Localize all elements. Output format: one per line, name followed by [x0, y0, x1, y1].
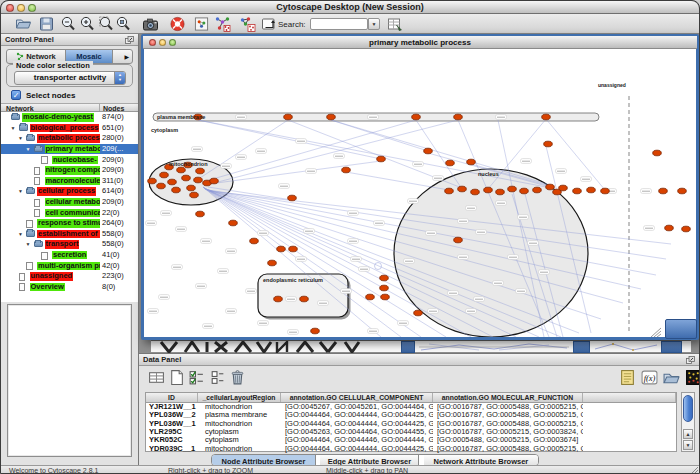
- network-node[interactable]: [300, 296, 309, 302]
- tree-row[interactable]: ▼cellular process614(0): [1, 186, 138, 197]
- tree-row[interactable]: cellular metabo209(0): [1, 197, 138, 208]
- select-nodes-checkbox[interactable]: ✓: [11, 90, 21, 100]
- birdseye-view[interactable]: [7, 304, 132, 457]
- table-column-header[interactable]: _cellularLayoutRegion: [198, 393, 281, 402]
- network-node[interactable]: [665, 225, 674, 231]
- scroll-up-arrow-icon[interactable]: ▲: [683, 429, 693, 439]
- network-node[interactable]: [542, 114, 551, 120]
- tree-row[interactable]: Overview8(0): [1, 282, 138, 293]
- table-row[interactable]: YPL036W__2plasma membrane[GO:0044464, GO…: [146, 411, 676, 419]
- network-node[interactable]: [288, 195, 297, 201]
- attribute-matrix-icon[interactable]: [685, 369, 700, 386]
- network-node[interactable]: [327, 114, 336, 120]
- network-node[interactable]: [380, 285, 389, 291]
- network-node[interactable]: [454, 114, 463, 120]
- tree-row[interactable]: secretion41(0): [1, 250, 138, 261]
- network-node[interactable]: [653, 150, 662, 156]
- tree-row[interactable]: response to stimulu264(0): [1, 218, 138, 229]
- vizmapper-icon[interactable]: [260, 16, 277, 32]
- network-node[interactable]: [274, 296, 283, 302]
- float-panel-icon[interactable]: [125, 36, 134, 44]
- network-node[interactable]: [229, 220, 238, 226]
- network-node[interactable]: [508, 186, 517, 192]
- network-node[interactable]: [559, 185, 568, 191]
- tab-overflow-arrow-icon[interactable]: ▶: [124, 53, 129, 60]
- zoom-view-button[interactable]: [169, 39, 176, 46]
- select-all-attributes-icon[interactable]: [188, 369, 205, 386]
- zoom-in-icon[interactable]: [79, 16, 96, 32]
- network-node[interactable]: [381, 294, 390, 300]
- expand-arrow-icon[interactable]: ▼: [18, 188, 23, 194]
- layout-network-2-icon[interactable]: [238, 16, 257, 32]
- network-node[interactable]: [342, 167, 351, 173]
- network-node[interactable]: [172, 187, 181, 193]
- network-node[interactable]: [380, 275, 389, 281]
- network-node[interactable]: [454, 237, 463, 243]
- network-node[interactable]: [160, 172, 169, 178]
- table-column-header[interactable]: [583, 393, 676, 402]
- network-node[interactable]: [289, 246, 298, 252]
- network-node[interactable]: [284, 114, 293, 120]
- network-node[interactable]: [533, 187, 542, 193]
- tree-row[interactable]: macromolecule311(0): [1, 176, 138, 187]
- table-row[interactable]: YJR121W__1mitochondrion[GO:0045267, GO:0…: [146, 403, 676, 411]
- table-row[interactable]: YKR052Ccytoplasm[GO:0044464, GO:0044446,…: [146, 436, 676, 444]
- network-node[interactable]: [414, 310, 423, 316]
- table-column-header[interactable]: ID: [146, 393, 198, 402]
- network-node[interactable]: [210, 178, 219, 184]
- network-edge[interactable]: [546, 119, 605, 190]
- network-node[interactable]: [412, 114, 421, 120]
- network-node[interactable]: [177, 167, 186, 173]
- network-node[interactable]: [467, 159, 476, 165]
- network-view-titlebar[interactable]: primary metabolic process: [143, 36, 697, 49]
- import-attributes-icon[interactable]: [386, 16, 403, 32]
- network-node[interactable]: [196, 211, 205, 217]
- expand-arrow-icon[interactable]: ▼: [18, 135, 23, 141]
- tree-row[interactable]: ▼biological_process651(0): [1, 123, 138, 134]
- network-node[interactable]: [458, 186, 467, 192]
- table-vertical-scrollbar[interactable]: ▲ ▼: [681, 392, 695, 452]
- select-attributes-icon[interactable]: [148, 369, 165, 386]
- unselect-all-attributes-icon[interactable]: [209, 369, 226, 386]
- network-node[interactable]: [587, 187, 596, 193]
- network-node[interactable]: [268, 260, 277, 266]
- layout-network-1-icon[interactable]: [213, 16, 232, 32]
- network-edge[interactable]: [214, 120, 458, 183]
- table-row[interactable]: YLR295Ccytoplasm[GO:0045263, GO:0044464,…: [146, 428, 676, 436]
- network-node[interactable]: [520, 188, 529, 194]
- network-canvas[interactable]: plasma membranecytoplasmmitochondrionnuc…: [144, 49, 696, 337]
- network-node[interactable]: [196, 168, 205, 174]
- zoom-selected-icon[interactable]: [115, 16, 132, 32]
- network-edge[interactable]: [346, 172, 449, 190]
- table-column-header[interactable]: annotation.GO MOLECULAR_FUNCTION: [433, 393, 583, 402]
- expand-arrow-icon[interactable]: ▼: [26, 146, 31, 152]
- network-node[interactable]: [471, 189, 480, 195]
- zoom-out-icon[interactable]: [60, 16, 77, 32]
- network-node[interactable]: [187, 185, 196, 191]
- network-node[interactable]: [659, 188, 668, 194]
- table-row[interactable]: YDR039C__1mitochondrion[GO:0044464, GO:0…: [146, 445, 676, 453]
- network-tree-list[interactable]: mosaic-demo-yeast874(0)▼biological_proce…: [1, 112, 138, 302]
- table-column-header[interactable]: annotation.GO CELLULAR_COMPONENT: [281, 393, 433, 402]
- delete-attribute-trash-icon[interactable]: [229, 369, 246, 386]
- snapshot-camera-icon[interactable]: [141, 16, 160, 32]
- view-resize-grip-icon[interactable]: [651, 328, 661, 337]
- resize-grip-icon[interactable]: [689, 467, 698, 474]
- scrollbar-thumb[interactable]: [683, 395, 693, 422]
- network-node[interactable]: [148, 178, 157, 184]
- network-edge[interactable]: [198, 120, 381, 159]
- attribute-notes-icon[interactable]: [619, 369, 636, 386]
- network-node[interactable]: [424, 148, 433, 154]
- close-view-button[interactable]: [149, 39, 156, 46]
- float-panel-icon[interactable]: [686, 356, 695, 364]
- help-lifering-icon[interactable]: [169, 16, 186, 32]
- network-node[interactable]: [445, 188, 454, 194]
- network-node[interactable]: [573, 188, 582, 194]
- create-attribute-icon[interactable]: [168, 369, 185, 386]
- network-node[interactable]: [377, 156, 386, 162]
- import-attribute-file-icon[interactable]: [663, 369, 680, 386]
- tree-row[interactable]: mosaic-demo-yeast874(0): [1, 112, 138, 123]
- tree-row[interactable]: ▼transport558(0): [1, 239, 138, 250]
- network-node[interactable]: [250, 238, 259, 244]
- scroll-down-arrow-icon[interactable]: ▼: [683, 440, 693, 450]
